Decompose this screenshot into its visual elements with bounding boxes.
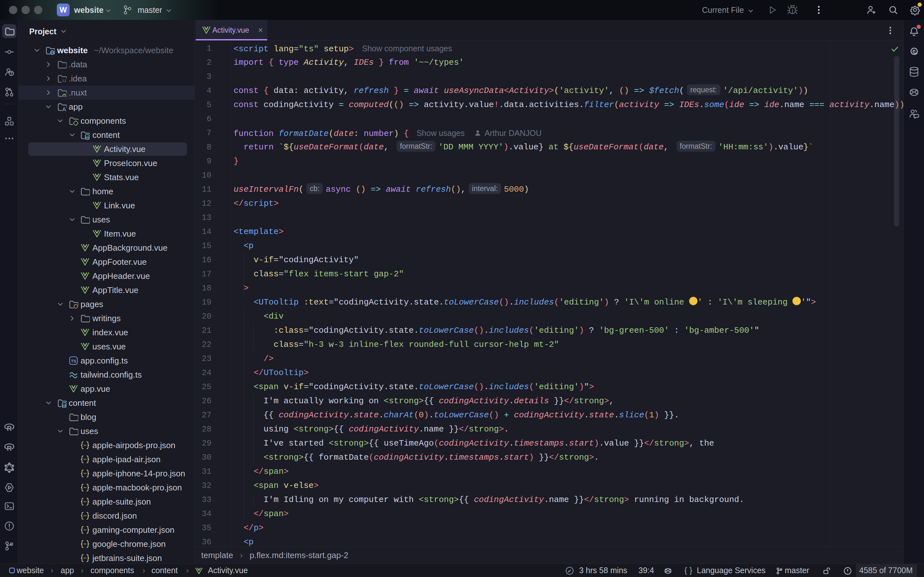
svg-text:J: J (64, 79, 66, 83)
svg-text:R: R (7, 445, 11, 452)
svg-text:R: R (7, 425, 11, 432)
svg-text:I: I (63, 79, 63, 83)
svg-text:TS: TS (71, 359, 76, 364)
